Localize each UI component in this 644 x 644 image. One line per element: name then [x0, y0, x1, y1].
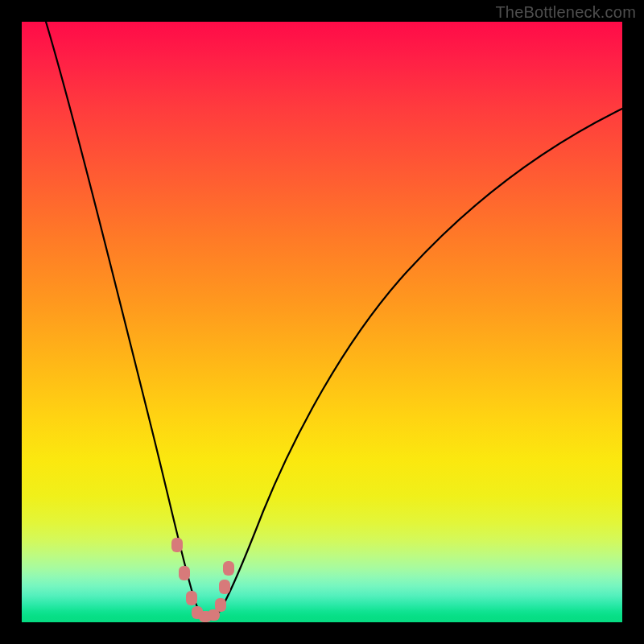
curve-layer [22, 22, 622, 622]
marker-1 [171, 538, 183, 552]
watermark-text: TheBottleneck.com [495, 3, 636, 22]
bottleneck-curve [46, 22, 622, 620]
marker-8 [219, 580, 230, 594]
marker-9 [223, 561, 234, 576]
marker-7 [215, 598, 226, 612]
marker-2 [179, 566, 190, 580]
chart-frame: TheBottleneck.com [0, 0, 644, 644]
marker-3 [186, 591, 197, 605]
curve-markers [171, 538, 234, 622]
plot-area [22, 22, 622, 622]
